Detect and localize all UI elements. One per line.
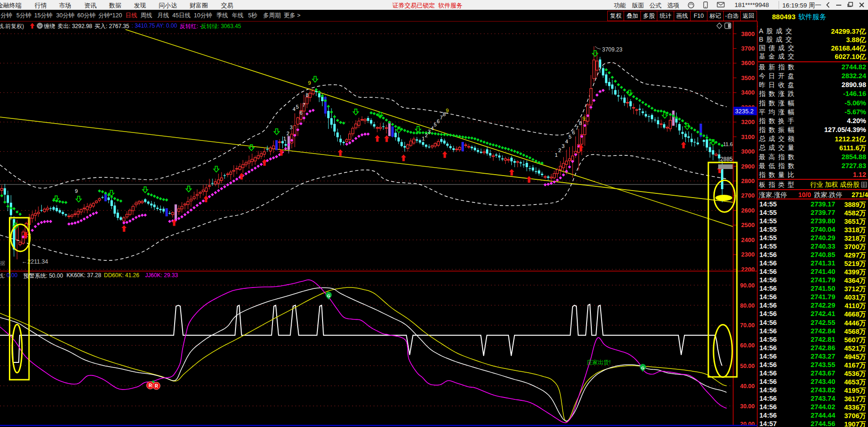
- svg-text:2: 2: [287, 131, 289, 136]
- svg-text:3: 3: [428, 129, 431, 134]
- svg-text:9: 9: [582, 116, 585, 121]
- svg-text:7: 7: [575, 125, 578, 131]
- svg-text:90.00: 90.00: [740, 282, 755, 289]
- svg-text:3: 3: [562, 143, 565, 149]
- svg-text:5: 5: [434, 122, 437, 127]
- svg-text:6: 6: [437, 118, 440, 124]
- svg-text:9: 9: [446, 108, 449, 113]
- svg-text:8: 8: [443, 111, 446, 117]
- svg-text:5: 5: [296, 104, 299, 110]
- svg-text:←2211.34: ←2211.34: [22, 258, 48, 265]
- svg-text:3700: 3700: [741, 45, 755, 52]
- svg-text:R: R: [154, 383, 158, 389]
- svg-text:4: 4: [293, 106, 295, 112]
- svg-text:1: 1: [283, 136, 286, 141]
- svg-text:3709.23: 3709.23: [602, 46, 623, 53]
- svg-text:2885: 2885: [720, 156, 733, 162]
- svg-text:6: 6: [572, 130, 575, 135]
- svg-text:50.00: 50.00: [740, 363, 755, 369]
- svg-text:2900: 2900: [741, 163, 755, 170]
- svg-text:7: 7: [440, 115, 442, 120]
- svg-text:2300: 2300: [741, 251, 755, 258]
- svg-text:8: 8: [306, 92, 309, 98]
- svg-text:20.00: 20.00: [740, 421, 755, 427]
- svg-text:3000: 3000: [741, 148, 755, 155]
- svg-text:R: R: [148, 383, 152, 388]
- svg-text:2800: 2800: [741, 177, 755, 184]
- svg-text:4: 4: [565, 139, 568, 144]
- svg-text:1: 1: [422, 136, 425, 141]
- svg-text:2700: 2700: [741, 192, 755, 199]
- svg-text:3400: 3400: [741, 89, 755, 96]
- svg-text:2: 2: [425, 133, 427, 138]
- svg-text:3800: 3800: [741, 30, 755, 37]
- svg-text:2600: 2600: [741, 207, 755, 214]
- svg-text:3100: 3100: [741, 133, 755, 140]
- svg-text:1: 1: [555, 152, 558, 158]
- svg-text:2: 2: [558, 147, 561, 153]
- svg-text:3200: 3200: [741, 118, 755, 125]
- svg-text:3600: 3600: [741, 59, 755, 66]
- svg-text:据: 据: [0, 260, 5, 266]
- svg-text:2200: 2200: [741, 266, 755, 273]
- svg-text:70.00: 70.00: [740, 322, 755, 329]
- svg-text:5: 5: [569, 134, 572, 140]
- svg-text:80.00: 80.00: [740, 302, 755, 309]
- svg-text:庄家出货!: 庄家出货!: [587, 359, 611, 366]
- svg-text:11.6: 11.6: [723, 141, 733, 147]
- svg-text:3500: 3500: [741, 74, 755, 81]
- svg-text:9: 9: [308, 80, 311, 86]
- svg-text:4: 4: [431, 125, 434, 131]
- svg-text:6: 6: [300, 110, 302, 116]
- svg-text:40.00: 40.00: [740, 383, 755, 390]
- svg-text:G: G: [327, 294, 330, 298]
- svg-text:8: 8: [579, 120, 582, 126]
- svg-text:G: G: [641, 366, 644, 370]
- svg-text:9: 9: [75, 188, 78, 194]
- svg-text:60.00: 60.00: [740, 342, 755, 349]
- svg-text:2500: 2500: [741, 221, 755, 228]
- svg-text:30.00: 30.00: [740, 403, 755, 410]
- svg-text:7: 7: [302, 102, 305, 108]
- svg-text:3: 3: [290, 125, 293, 130]
- svg-text:2400: 2400: [741, 236, 755, 243]
- svg-text:3235.2: 3235.2: [735, 108, 754, 115]
